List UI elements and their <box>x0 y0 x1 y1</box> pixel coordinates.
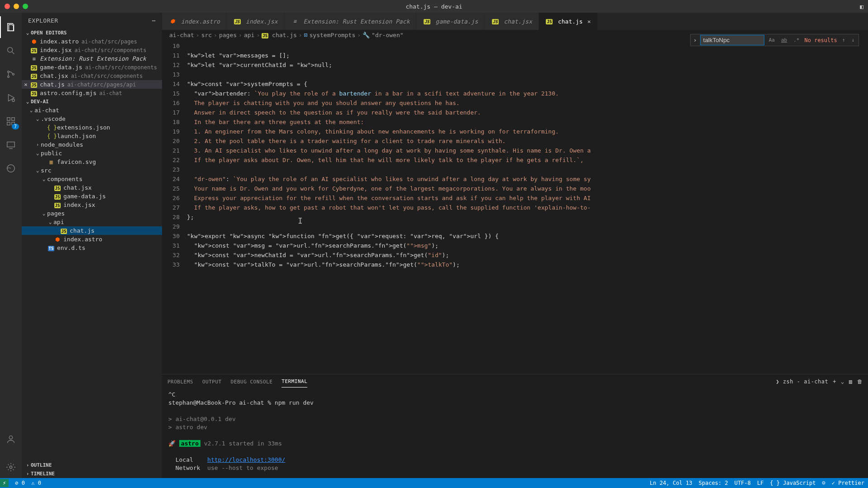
panel-tab[interactable]: OUTPUT <box>202 376 222 388</box>
file-item[interactable]: TSenv.d.ts <box>22 244 162 252</box>
panel-tab[interactable]: DEBUG CONSOLE <box>231 376 273 388</box>
run-debug-icon[interactable] <box>0 87 22 109</box>
panel-tab[interactable]: TERMINAL <box>281 376 307 388</box>
folder-item[interactable]: ›node_modules <box>22 140 162 149</box>
item-name: index.astro <box>63 236 102 243</box>
problems-status[interactable]: ⊘ 0 ⚠ 0 <box>15 480 41 486</box>
terminal-output[interactable]: ^Cstephan@MacBook-Pro ai-chat % npm run … <box>162 389 868 478</box>
item-name: chat.jsx <box>63 184 92 191</box>
file-item[interactable]: { }extensions.json <box>22 123 162 132</box>
titlebar: chat.js — dev-ai ◧ <box>0 0 868 13</box>
extensions-icon[interactable]: 7 <box>0 110 22 132</box>
feedback-icon[interactable]: ☺ <box>822 480 825 486</box>
chevron-icon: ⌄ <box>41 176 47 182</box>
find-input[interactable] <box>701 35 764 45</box>
folder-item[interactable]: ⌄components <box>22 175 162 183</box>
file-item[interactable]: { }launch.json <box>22 132 162 140</box>
breadcrumb-item[interactable]: "dr-owen" <box>372 32 403 38</box>
tab-label: Extension: Rust Extension Pack <box>304 18 410 25</box>
remote-status-icon[interactable]: ⚡ <box>0 479 9 487</box>
breadcrumb-item[interactable]: chat.js <box>272 32 297 38</box>
folder-item[interactable]: ⌄api <box>22 218 162 226</box>
encoding-status[interactable]: UTF-8 <box>734 480 751 486</box>
file-icon: TS <box>47 245 55 251</box>
panel-tab[interactable]: PROBLEMS <box>167 376 193 388</box>
new-terminal-icon[interactable]: + <box>833 378 836 385</box>
item-name: api <box>53 219 64 225</box>
close-dot[interactable] <box>5 4 10 9</box>
match-case-icon[interactable]: Aa <box>768 37 776 43</box>
chevron-icon: ⌄ <box>41 211 47 216</box>
breadcrumb-item[interactable]: src <box>201 32 212 38</box>
close-icon[interactable]: × <box>22 81 30 88</box>
code-content[interactable]: "kw">let "var">messages = [];"kw">let "v… <box>187 40 868 374</box>
split-terminal-icon[interactable]: ▥ <box>849 378 853 385</box>
open-editor-item[interactable]: ×JSgame-data.jsai-chat/src/components <box>22 63 162 72</box>
editor-tab[interactable]: ≡Extension: Rust Extension Pack <box>285 13 417 30</box>
source-control-icon[interactable] <box>0 63 22 85</box>
layout-toggle-icon[interactable]: ◧ <box>860 3 863 10</box>
editor-tab[interactable]: JSchat.jsx <box>485 13 539 30</box>
next-match-icon[interactable]: ↓ <box>850 37 856 43</box>
explorer-icon[interactable] <box>0 16 22 38</box>
breadcrumb-item[interactable]: ai-chat <box>169 32 194 38</box>
kill-terminal-icon[interactable]: 🗑 <box>857 378 863 385</box>
remote-icon[interactable] <box>0 134 22 156</box>
terminal-shell-picker[interactable]: ❯ zsh - ai-chat <box>776 378 828 385</box>
open-editor-item[interactable]: ×JSastro.config.mjsai-chat <box>22 89 162 97</box>
open-editors-header[interactable]: ⌄OPEN EDITORS <box>22 29 162 37</box>
folder-item[interactable]: ⌄ai-chat <box>22 106 162 115</box>
more-icon[interactable]: ⋯ <box>152 17 156 24</box>
find-toggle-icon[interactable]: › <box>693 37 697 43</box>
open-editor-item[interactable]: ×JSindex.jsxai-chat/src/components <box>22 46 162 54</box>
file-icon: ⬢ <box>30 38 38 45</box>
open-editor-item[interactable]: ×≡Extension: Rust Extension Pack <box>22 54 162 63</box>
lang-status[interactable]: { } JavaScript <box>770 480 816 486</box>
outline-header[interactable]: ›OUTLINE <box>22 461 162 469</box>
eol-status[interactable]: LF <box>757 480 763 486</box>
item-name: components <box>47 176 82 182</box>
project-header[interactable]: ⌄DEV-AI <box>22 97 162 106</box>
indent-status[interactable]: Spaces: 2 <box>699 480 728 486</box>
breadcrumb-item[interactable]: systemPrompts <box>310 32 356 38</box>
editor-tab[interactable]: JSchat.js× <box>539 13 598 30</box>
file-item[interactable]: JSchat.jsx <box>22 183 162 192</box>
editor-tab[interactable]: JSgame-data.js <box>416 13 485 30</box>
account-icon[interactable] <box>0 428 22 450</box>
settings-gear-icon[interactable] <box>0 456 22 478</box>
open-editor-item[interactable]: ×⬢index.astroai-chat/src/pages <box>22 37 162 46</box>
max-dot[interactable] <box>23 4 28 9</box>
code-editor[interactable]: 1011121314151617181920212223242526272829… <box>162 40 868 374</box>
folder-item[interactable]: ⌄src <box>22 166 162 175</box>
open-editor-item[interactable]: ×JSchat.jsai-chat/src/pages/api <box>22 80 162 89</box>
folder-item[interactable]: ⌄.vscode <box>22 115 162 123</box>
file-path: ai-chat/src/pages <box>81 38 137 45</box>
file-item[interactable]: JSindex.jsx <box>22 201 162 209</box>
search-icon[interactable] <box>0 40 22 62</box>
folder-item[interactable]: ⌄pages <box>22 209 162 218</box>
min-dot[interactable] <box>14 4 19 9</box>
timeline-header[interactable]: ›TIMELINE <box>22 469 162 478</box>
edge-icon[interactable] <box>0 158 22 179</box>
file-item[interactable]: ⬢index.astro <box>22 235 162 244</box>
panel-tabs: PROBLEMSOUTPUTDEBUG CONSOLETERMINAL ❯ zs… <box>162 374 868 389</box>
close-tab-icon[interactable]: × <box>587 18 591 25</box>
match-word-icon[interactable]: ab <box>780 37 788 43</box>
open-editor-item[interactable]: ×JSchat.jsxai-chat/src/components <box>22 72 162 80</box>
prettier-status[interactable]: ✓ Prettier <box>832 480 864 486</box>
file-item[interactable]: JSchat.js <box>22 226 162 235</box>
file-icon: { } <box>47 133 55 139</box>
folder-item[interactable]: ⌄public <box>22 149 162 158</box>
breadcrumb-item[interactable]: api <box>244 32 254 38</box>
file-item[interactable]: JSgame-data.js <box>22 192 162 201</box>
file-icon: JS <box>53 185 62 191</box>
cursor-position[interactable]: Ln 24, Col 13 <box>650 480 692 486</box>
terminal-dropdown-icon[interactable]: ⌄ <box>841 378 844 385</box>
chevron-icon: ⌄ <box>34 150 41 156</box>
file-item[interactable]: ▦favicon.svg <box>22 158 162 166</box>
editor-tab[interactable]: JSindex.jsx <box>227 13 284 30</box>
editor-tab[interactable]: ⬢index.astro <box>162 13 227 30</box>
prev-match-icon[interactable]: ↑ <box>841 37 847 43</box>
breadcrumb-item[interactable]: pages <box>219 32 237 38</box>
regex-icon[interactable]: .* <box>792 37 801 43</box>
